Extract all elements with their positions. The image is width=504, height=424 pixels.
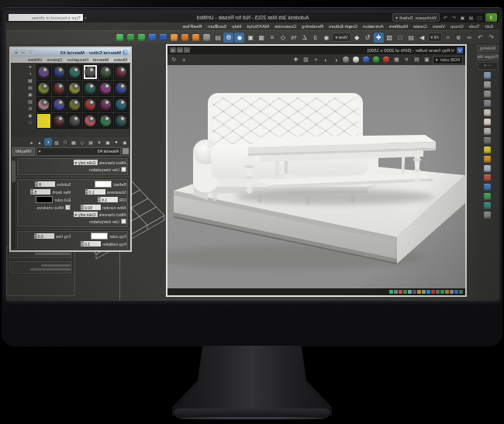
save-file-icon[interactable]: ▣ xyxy=(459,14,466,21)
undo-icon[interactable]: ↶ xyxy=(450,14,457,21)
menu-edit[interactable]: Edit xyxy=(485,24,493,29)
plugin-teapot-blue-1-icon[interactable] xyxy=(158,33,168,43)
vfb-status-icon-2[interactable] xyxy=(450,290,454,294)
sample-type-icon[interactable]: ● xyxy=(29,64,32,70)
ribbon-tool-icon-7[interactable] xyxy=(485,137,492,144)
param-subdivs-spinner[interactable]: 8▴▾ xyxy=(35,181,55,187)
ribbon-tool-icon-8[interactable] xyxy=(485,147,492,153)
select-and-link-icon[interactable]: ∞ xyxy=(464,33,475,43)
material-slot-15[interactable] xyxy=(67,97,82,112)
ribbon-tool-icon-13[interactable] xyxy=(485,193,492,200)
vfb-status-icon-7[interactable] xyxy=(426,290,430,294)
spinner-arrows-icon[interactable]: ▴▾ xyxy=(34,233,37,239)
param-affect-channels-dropdown[interactable]: Color only▾ xyxy=(74,160,98,165)
vfb-status-icon-10[interactable] xyxy=(413,290,416,294)
material-slot-1[interactable] xyxy=(98,64,113,80)
material-slot-18[interactable] xyxy=(114,113,129,129)
menu-customize[interactable]: Customize xyxy=(274,24,296,29)
material-slot-21[interactable] xyxy=(67,113,82,129)
material-slot-12[interactable] xyxy=(114,97,129,112)
vfb-status-icon-9[interactable] xyxy=(417,290,421,294)
menu-help[interactable]: Help xyxy=(232,24,241,29)
material-slot-22[interactable] xyxy=(52,113,67,129)
ribbon-tool-icon-2[interactable] xyxy=(485,91,492,98)
rendered-frame-window-icon[interactable]: ▤ xyxy=(212,33,223,43)
minimize-button[interactable]: – xyxy=(27,50,33,55)
menu-soulburn[interactable]: SoulBurn xyxy=(208,24,227,29)
ribbon-tool-icon-6[interactable] xyxy=(485,128,492,135)
duplicate-to-host-icon[interactable]: ▦ xyxy=(392,56,401,64)
render-setup-icon[interactable]: ⚙ xyxy=(223,33,233,43)
material-slot-11[interactable] xyxy=(36,81,51,96)
plugin-teapot-green-3-icon[interactable] xyxy=(115,33,125,43)
workspace-dropdown[interactable]: Workspace: Default ▾ xyxy=(392,13,440,22)
ribbon-tool-icon-12[interactable] xyxy=(485,184,492,191)
select-and-scale-icon[interactable]: ◆ xyxy=(352,33,362,43)
history-icon[interactable]: ↺ xyxy=(170,56,178,64)
material-slot-23[interactable] xyxy=(36,113,51,129)
spinner-arrows-icon[interactable]: ▴▾ xyxy=(98,197,101,202)
window-crossing-icon[interactable]: ▧ xyxy=(385,33,395,43)
param-glossiness-spinner[interactable]: 1.0▴▾ xyxy=(85,189,105,195)
ribbon-tool-icon-10[interactable] xyxy=(485,165,492,172)
close-button[interactable]: ✕ xyxy=(170,47,176,53)
menu-views[interactable]: Views xyxy=(433,24,445,29)
put-material-to-scene-icon[interactable]: ● xyxy=(112,138,120,146)
material-slot-2[interactable] xyxy=(83,64,98,80)
material-slot-8[interactable] xyxy=(83,81,98,96)
material-editor-icon[interactable]: ◉ xyxy=(234,33,244,43)
panel-row[interactable] xyxy=(9,260,73,274)
me-menu-options[interactable]: Options xyxy=(47,57,63,62)
alpha-channel-icon[interactable] xyxy=(352,56,361,64)
material-slot-9[interactable] xyxy=(67,81,82,96)
menu-rendering[interactable]: Rendering xyxy=(302,24,323,29)
go-forward-same-level-icon[interactable]: ▸ xyxy=(27,138,35,146)
stamp-icon[interactable]: ≡ xyxy=(180,56,188,64)
vfb-status-icon-15[interactable] xyxy=(389,290,393,294)
red-channel-icon[interactable] xyxy=(382,56,391,64)
vfb-status-icon-5[interactable] xyxy=(436,290,440,294)
pixel-info-icon[interactable]: ⌖ xyxy=(312,56,320,64)
param-fog-color-color-swatch[interactable] xyxy=(91,233,108,240)
vfb-status-icon-14[interactable] xyxy=(394,290,398,294)
material-slot-5[interactable] xyxy=(36,64,51,80)
ribbon-tool-icon-1[interactable] xyxy=(485,81,492,88)
3dsmax-app-button[interactable]: 3 xyxy=(485,13,497,22)
menu-realflow[interactable]: RealFlow xyxy=(183,24,202,29)
spinner-arrows-icon[interactable]: ▴▾ xyxy=(85,189,88,195)
material-slot-20[interactable] xyxy=(83,113,98,129)
ribbon-tool-icon-0[interactable] xyxy=(485,72,492,79)
background-icon[interactable]: ▦ xyxy=(28,78,33,84)
track-mouse-icon[interactable]: ✚ xyxy=(292,56,300,64)
vfb-status-icon-0[interactable] xyxy=(459,290,463,294)
save-image-icon[interactable]: ▣ xyxy=(423,56,431,64)
backlight-icon[interactable]: ◐ xyxy=(29,71,32,77)
menu-tools[interactable]: Tools xyxy=(469,24,480,29)
rectangular-selection-icon[interactable]: □ xyxy=(395,33,406,43)
search-dropdown-icon[interactable]: ▾ xyxy=(85,16,87,20)
redo-icon[interactable]: ↷ xyxy=(475,33,485,43)
assign-material-to-selection-icon[interactable]: ▣ xyxy=(104,138,112,146)
material-name-dropdown[interactable]: Material #3 ▾ xyxy=(36,147,121,156)
material-slot-0[interactable] xyxy=(114,64,129,80)
pick-material-icon[interactable] xyxy=(123,148,129,154)
ribbon-tool-icon-5[interactable] xyxy=(485,119,492,126)
channel-dropdown[interactable]: RGB color ▾ xyxy=(433,56,463,64)
layer-manager-icon[interactable]: ▦ xyxy=(256,33,266,43)
material-slot-17[interactable] xyxy=(36,97,51,112)
param-affect-shadows-checkbox[interactable]: ✓ xyxy=(66,205,71,210)
param-use-interpolation-checkbox[interactable] xyxy=(121,219,126,224)
green-channel-icon[interactable] xyxy=(372,56,381,64)
select-and-move-icon[interactable]: ✚ xyxy=(374,33,384,43)
param-exit-color-color-swatch[interactable] xyxy=(36,196,53,203)
menu-maxscript[interactable]: MAXScript xyxy=(247,24,269,29)
curve-editor-icon[interactable]: ▣ xyxy=(245,33,255,43)
select-by-name-icon[interactable]: ▤ xyxy=(406,33,416,43)
snaps-toggle-icon[interactable]: 3 xyxy=(310,33,320,43)
plugin-teapot-green-2-icon[interactable] xyxy=(126,33,136,43)
select-and-rotate-icon[interactable]: ↻ xyxy=(363,33,373,43)
ribbon-tool-icon-4[interactable] xyxy=(485,109,492,116)
plugin-teapot-orange-1-icon[interactable] xyxy=(191,33,201,43)
vfb-title-bar[interactable]: V V-Ray frame buffer - [50% of 2000 x 15… xyxy=(167,46,465,54)
generate-preview-icon[interactable]: ▧ xyxy=(28,99,33,105)
